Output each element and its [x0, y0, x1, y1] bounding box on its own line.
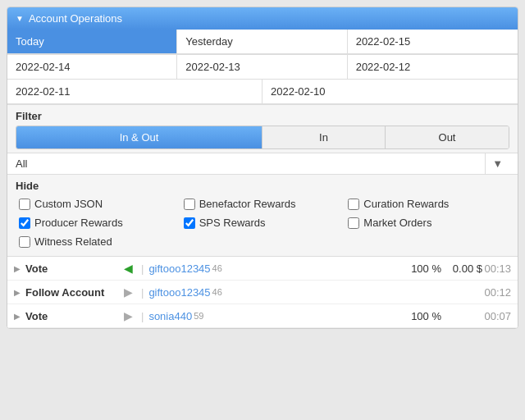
select-row: All Transfers Rewards Other ▼ [7, 153, 518, 174]
filter-in[interactable]: In [262, 126, 386, 148]
tx-type: Follow Account [25, 286, 124, 299]
checkbox-curation-rewards-input[interactable] [348, 199, 359, 210]
table-row: ▶ Vote ◀ | giftooo12345 46 100 % 0.00 $ … [7, 257, 518, 281]
tx-time: 00:13 [482, 262, 511, 275]
date-2022-02-10[interactable]: 2022-02-10 [262, 80, 518, 104]
date-2022-02-11[interactable]: 2022-02-11 [7, 80, 262, 104]
checkbox-market-orders: Market Orders [345, 215, 509, 231]
table-row: ▶ Follow Account ▶ | giftooo12345 46 00:… [7, 281, 518, 304]
filter-buttons: In & Out In Out [16, 126, 509, 149]
tx-user-link[interactable]: sonia440 [148, 310, 192, 322]
checkbox-sps-rewards: SPS Rewards [180, 215, 345, 231]
hide-section: Hide Custom JSON Benefactor Rewards Cura… [7, 174, 518, 256]
tx-expand-icon[interactable]: ▶ [14, 288, 21, 297]
checkbox-producer-rewards-label[interactable]: Producer Rewards [34, 217, 123, 229]
checkbox-witness-related-label[interactable]: Witness Related [34, 235, 112, 248]
transactions-list: ▶ Vote ◀ | giftooo12345 46 100 % 0.00 $ … [7, 256, 518, 328]
checkbox-sps-rewards-input[interactable] [184, 217, 195, 229]
tx-percent: 100 % [400, 310, 441, 322]
filter-label: Filter [16, 110, 509, 122]
checkbox-producer-rewards-input[interactable] [19, 217, 30, 229]
tx-amount: 0.00 $ [441, 262, 482, 275]
checkbox-producer-rewards: Producer Rewards [16, 215, 180, 231]
table-row: ▶ Vote ▶ | sonia440 59 100 % 00:07 [7, 304, 518, 328]
checkbox-grid: Custom JSON Benefactor Rewards Curation … [16, 196, 509, 249]
checkbox-witness-related-input[interactable] [19, 236, 30, 248]
tx-direction-icon: ◀ [124, 262, 133, 275]
hide-label: Hide [16, 180, 509, 192]
date-row-1: Today Yesterday 2022-02-15 [7, 30, 518, 55]
checkbox-market-orders-label[interactable]: Market Orders [363, 217, 431, 229]
date-row-2: 2022-02-14 2022-02-13 2022-02-12 [7, 55, 518, 80]
tx-type: Vote [25, 310, 124, 322]
date-row-3: 2022-02-11 2022-02-10 [7, 80, 518, 104]
tx-type: Vote [25, 262, 124, 275]
tx-percent: 100 % [400, 262, 441, 275]
checkbox-benefactor-rewards-input[interactable] [184, 199, 195, 210]
tx-user-count: 59 [194, 311, 203, 321]
date-today[interactable]: Today [7, 30, 177, 54]
type-select[interactable]: All Transfers Rewards Other [16, 153, 485, 174]
select-arrow-icon: ▼ [485, 153, 509, 174]
filter-in-and-out[interactable]: In & Out [16, 126, 262, 148]
panel-header: ▼ Account Operations [7, 7, 518, 30]
checkbox-curation-rewards: Curation Rewards [345, 196, 509, 212]
tx-user-link[interactable]: giftooo12345 [148, 286, 210, 299]
date-2022-02-12[interactable]: 2022-02-12 [348, 55, 518, 80]
checkbox-sps-rewards-label[interactable]: SPS Rewards [199, 217, 266, 229]
tx-expand-icon[interactable]: ▶ [14, 312, 21, 321]
checkbox-curation-rewards-label[interactable]: Curation Rewards [363, 198, 449, 210]
panel-title: Account Operations [29, 12, 122, 25]
tx-direction-icon: ▶ [124, 309, 133, 322]
date-2022-02-14[interactable]: 2022-02-14 [7, 55, 177, 80]
checkbox-benefactor-rewards-label[interactable]: Benefactor Rewards [199, 198, 296, 210]
tx-user-count: 46 [212, 263, 222, 273]
tx-divider: | [141, 262, 144, 275]
tx-expand-icon[interactable]: ▶ [14, 264, 21, 273]
tx-user-link[interactable]: giftooo12345 [148, 262, 210, 275]
checkbox-benefactor-rewards: Benefactor Rewards [180, 196, 345, 212]
tx-divider: | [141, 286, 144, 299]
checkbox-custom-json-label[interactable]: Custom JSON [34, 198, 103, 210]
date-2022-02-15[interactable]: 2022-02-15 [348, 30, 518, 54]
tx-divider: | [141, 310, 144, 322]
tx-user-count: 46 [212, 287, 222, 297]
collapse-arrow-icon[interactable]: ▼ [16, 14, 24, 23]
date-yesterday[interactable]: Yesterday [177, 30, 347, 54]
filter-section: Filter In & Out In Out [7, 104, 518, 153]
checkbox-custom-json-input[interactable] [19, 199, 30, 210]
tx-time: 00:07 [482, 310, 511, 322]
date-2022-02-13[interactable]: 2022-02-13 [177, 55, 347, 80]
checkbox-witness-related: Witness Related [16, 234, 180, 249]
tx-time: 00:12 [482, 286, 511, 299]
account-operations-panel: ▼ Account Operations Today Yesterday 202… [7, 7, 518, 329]
checkbox-market-orders-input[interactable] [348, 217, 359, 229]
checkbox-custom-json: Custom JSON [16, 196, 180, 212]
tx-direction-icon: ▶ [124, 285, 133, 299]
filter-out[interactable]: Out [386, 126, 509, 148]
